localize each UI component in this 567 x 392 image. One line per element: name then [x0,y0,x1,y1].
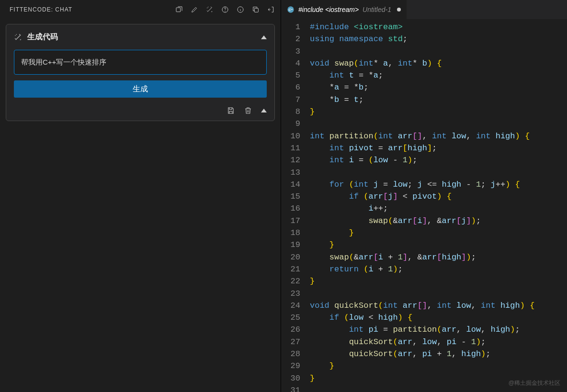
line-gutter: 1234567891011121314151617181920212223242… [281,21,310,392]
exit-icon[interactable] [267,6,275,13]
panel-title: FITTENCODE: CHAT [10,6,72,13]
watermark: @稀土掘金技术社区 [509,379,560,387]
cpp-file-icon: C⁺ [287,6,295,13]
edit-icon[interactable] [191,6,198,13]
editor-area[interactable]: 1234567891011121314151617181920212223242… [281,19,567,392]
trash-icon[interactable] [244,106,252,115]
help-icon[interactable] [221,6,229,13]
wand-icon [14,33,23,42]
save-icon[interactable] [227,106,235,115]
code-content[interactable]: #include <iostream>using namespace std; … [310,21,567,392]
tab-title: #include <iostream> [298,6,359,13]
scroll-top-icon[interactable] [261,109,267,112]
svg-rect-4 [254,8,258,12]
header-icons [175,6,275,13]
svg-text:C⁺: C⁺ [289,8,294,11]
svg-point-2 [225,11,226,11]
tab-bar: C⁺ #include <iostream> Untitled-1 [281,0,567,19]
copy-icon[interactable] [252,6,260,13]
chat-panel: FITTENCODE: CHAT 生成代码 生成 [0,0,281,392]
panel-header: FITTENCODE: CHAT [0,0,281,19]
card-title: 生成代码 [27,32,58,42]
tab-filename: Untitled-1 [363,6,391,13]
collapse-icon[interactable] [261,35,267,39]
prompt-input[interactable] [14,50,267,75]
modified-dot-icon [397,8,401,11]
generate-card: 生成代码 生成 [6,24,275,121]
info-icon[interactable] [237,6,244,13]
card-footer [14,106,267,115]
new-window-icon[interactable] [175,6,183,13]
wand-icon[interactable] [206,6,214,13]
editor-tab[interactable]: C⁺ #include <iostream> Untitled-1 [281,0,407,19]
generate-button[interactable]: 生成 [14,80,267,98]
svg-rect-0 [176,8,181,12]
card-header: 生成代码 [14,32,267,42]
editor: C⁺ #include <iostream> Untitled-1 123456… [281,0,567,392]
